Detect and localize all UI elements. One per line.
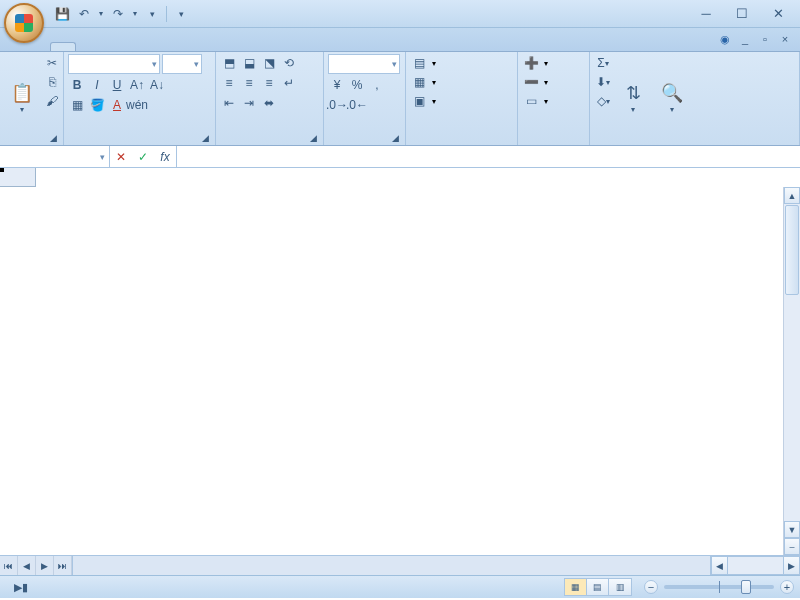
number-format-combo[interactable] (328, 54, 400, 74)
insert-cells-button[interactable]: ➕▾ (522, 54, 585, 72)
zoom-out-icon[interactable]: − (644, 580, 658, 594)
page-break-view-icon[interactable]: ▥ (609, 579, 631, 595)
maximize-button[interactable]: ☐ (730, 5, 754, 23)
shrink-font-icon[interactable]: A↓ (148, 76, 166, 94)
tab-insert[interactable] (76, 43, 100, 51)
redo-icon[interactable]: ↷ (108, 4, 128, 24)
formula-bar-input[interactable] (177, 146, 800, 167)
bold-icon[interactable]: B (68, 76, 86, 94)
decrease-indent-icon[interactable]: ⇤ (220, 94, 238, 112)
delete-cells-button[interactable]: ➖▾ (522, 73, 585, 91)
minimize-ribbon-icon[interactable]: _ (738, 32, 752, 46)
office-button[interactable] (4, 3, 44, 43)
undo-dropdown-icon[interactable]: ▾ (96, 4, 106, 24)
align-center-icon[interactable]: ≡ (240, 74, 258, 92)
orientation-icon[interactable]: ⟲ (280, 54, 298, 72)
tab-page-layout[interactable] (100, 43, 124, 51)
save-icon[interactable]: 💾 (52, 4, 72, 24)
wrap-text-icon[interactable]: ↵ (280, 74, 298, 92)
sort-filter-button[interactable]: ⇅ ▾ (615, 54, 651, 140)
separator (166, 6, 167, 22)
next-sheet-icon[interactable]: ▶ (36, 556, 54, 575)
split-handle[interactable]: – (784, 538, 800, 555)
cancel-formula-icon[interactable]: ✕ (110, 146, 132, 167)
scroll-down-icon[interactable]: ▼ (784, 521, 800, 538)
format-cells-button[interactable]: ▭▾ (522, 92, 585, 110)
align-bottom-icon[interactable]: ⬔ (260, 54, 278, 72)
scroll-up-icon[interactable]: ▲ (784, 187, 800, 204)
insert-icon: ➕ (522, 54, 540, 72)
fill-icon[interactable]: ⬇▾ (594, 73, 612, 91)
select-all-button[interactable] (0, 168, 36, 187)
grow-font-icon[interactable]: A↑ (128, 76, 146, 94)
sort-filter-icon: ⇅ (621, 81, 645, 105)
tab-formulas[interactable] (124, 43, 148, 51)
qat-customize-icon[interactable]: ▾ (142, 4, 162, 24)
copy-icon[interactable]: ⎘ (43, 73, 61, 91)
underline-icon[interactable]: U (108, 76, 126, 94)
merge-icon[interactable]: ⬌ (260, 94, 278, 112)
tab-home[interactable] (50, 42, 76, 51)
comma-icon[interactable]: , (368, 76, 386, 94)
vertical-scroll-thumb[interactable] (785, 205, 799, 295)
align-top-icon[interactable]: ⬒ (220, 54, 238, 72)
name-box[interactable] (0, 146, 110, 167)
enter-formula-icon[interactable]: ✓ (132, 146, 154, 167)
align-right-icon[interactable]: ≡ (260, 74, 278, 92)
launcher-icon[interactable]: ◢ (50, 133, 57, 143)
border-icon[interactable]: ▦ (68, 96, 86, 114)
accounting-icon[interactable]: ¥ (328, 76, 346, 94)
qat-more-icon[interactable]: ▾ (171, 4, 191, 24)
last-sheet-icon[interactable]: ⏭ (54, 556, 72, 575)
align-left-icon[interactable]: ≡ (220, 74, 238, 92)
tab-review[interactable] (172, 43, 196, 51)
undo-icon[interactable]: ↶ (74, 4, 94, 24)
decrease-decimal-icon[interactable]: .0← (348, 96, 366, 114)
page-layout-view-icon[interactable]: ▤ (587, 579, 609, 595)
scroll-left-icon[interactable]: ◀ (711, 556, 728, 575)
minimize-button[interactable]: ─ (694, 5, 718, 23)
close-workbook-icon[interactable]: × (778, 32, 792, 46)
scroll-right-icon[interactable]: ▶ (783, 556, 800, 575)
launcher-icon[interactable]: ◢ (392, 133, 399, 143)
tab-view[interactable] (196, 43, 220, 51)
font-color-icon[interactable]: A (108, 96, 126, 114)
redo-dropdown-icon[interactable]: ▾ (130, 4, 140, 24)
spreadsheet-grid[interactable]: ▲ ▼ – (0, 168, 800, 555)
cut-icon[interactable]: ✂ (43, 54, 61, 72)
horizontal-scroll-track[interactable] (728, 556, 783, 575)
increase-decimal-icon[interactable]: .0→ (328, 96, 346, 114)
macro-record-icon[interactable]: ▶▮ (14, 581, 28, 594)
tab-data[interactable] (148, 43, 172, 51)
zoom-in-icon[interactable]: + (780, 580, 794, 594)
font-size-combo[interactable] (162, 54, 202, 74)
close-button[interactable]: ✕ (766, 5, 790, 23)
clear-icon[interactable]: ◇▾ (594, 92, 612, 110)
italic-icon[interactable]: I (88, 76, 106, 94)
first-sheet-icon[interactable]: ⏮ (0, 556, 18, 575)
autosum-icon[interactable]: Σ▾ (594, 54, 612, 72)
zoom-thumb[interactable] (741, 580, 751, 594)
restore-workbook-icon[interactable]: ▫ (758, 32, 772, 46)
paste-button[interactable]: 📋 ▾ (4, 54, 40, 140)
insert-function-icon[interactable]: fx (154, 146, 176, 167)
zoom-slider[interactable] (664, 585, 774, 589)
format-as-table-button[interactable]: ▦▾ (410, 73, 513, 91)
phonetic-icon[interactable]: wén (128, 96, 146, 114)
format-painter-icon[interactable]: 🖌 (43, 92, 61, 110)
launcher-icon[interactable]: ◢ (310, 133, 317, 143)
prev-sheet-icon[interactable]: ◀ (18, 556, 36, 575)
increase-indent-icon[interactable]: ⇥ (240, 94, 258, 112)
help-icon[interactable]: ◉ (718, 32, 732, 46)
normal-view-icon[interactable]: ▦ (565, 579, 587, 595)
tab-developer[interactable] (220, 43, 244, 51)
align-middle-icon[interactable]: ⬓ (240, 54, 258, 72)
percent-icon[interactable]: % (348, 76, 366, 94)
find-select-button[interactable]: 🔍 ▾ (654, 54, 690, 140)
launcher-icon[interactable]: ◢ (202, 133, 209, 143)
cell-styles-icon: ▣ (410, 92, 428, 110)
font-family-combo[interactable] (68, 54, 160, 74)
cell-styles-button[interactable]: ▣▾ (410, 92, 513, 110)
conditional-format-button[interactable]: ▤▾ (410, 54, 513, 72)
fill-color-icon[interactable]: 🪣 (88, 96, 106, 114)
